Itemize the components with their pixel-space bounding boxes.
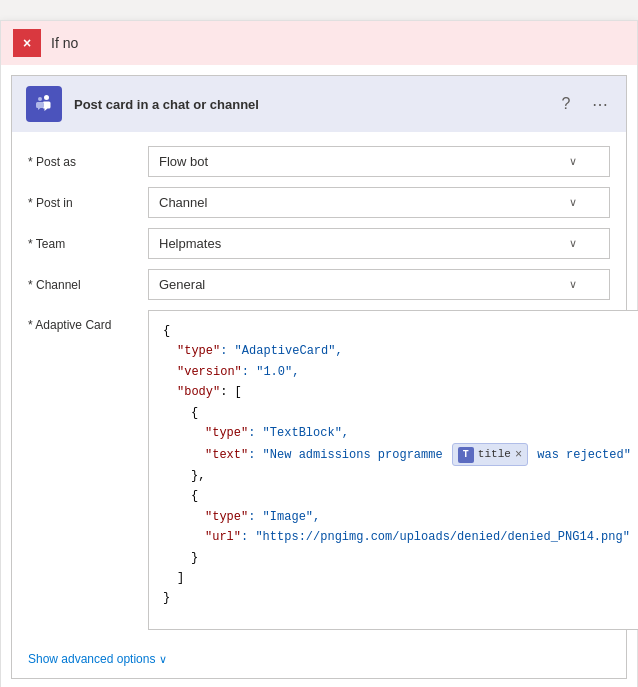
token-remove-button[interactable]: ×: [515, 449, 522, 461]
form-body: * Post as Flow bot ∨ * Post in Channel ∨…: [12, 132, 626, 644]
team-chevron: ∨: [569, 237, 577, 250]
show-advanced-section: Show advanced options ∨: [12, 644, 626, 678]
show-advanced-chevron: ∨: [159, 653, 167, 666]
post-as-chevron: ∨: [569, 155, 577, 168]
title-token[interactable]: Ttitle×: [452, 443, 528, 466]
close-icon: ×: [23, 35, 31, 51]
json-line-2: "type": "AdaptiveCard",: [163, 341, 631, 361]
json-line-8: },: [163, 466, 631, 486]
json-line-3: "version": "1.0",: [163, 362, 631, 382]
token-label: title: [478, 445, 511, 464]
adaptive-card-editor[interactable]: { "type": "AdaptiveCard", "version": "1.…: [148, 310, 638, 630]
channel-row: * Channel General ∨: [28, 269, 610, 300]
post-in-label: * Post in: [28, 196, 138, 210]
help-button[interactable]: ?: [554, 92, 578, 116]
team-select[interactable]: Helpmates ∨: [148, 228, 610, 259]
post-in-value: Channel: [159, 195, 561, 210]
action-title: Post card in a chat or channel: [74, 97, 542, 112]
team-label: * Team: [28, 237, 138, 251]
post-in-row: * Post in Channel ∨: [28, 187, 610, 218]
main-card: × If no Post card in a chat or channel ?: [0, 20, 638, 687]
post-as-label: * Post as: [28, 155, 138, 169]
json-line-12: }: [163, 548, 631, 568]
adaptive-card-row: * Adaptive Card { "type": "AdaptiveCard"…: [28, 310, 610, 630]
json-line-7: "text": "New admissions programme Ttitle…: [163, 443, 631, 466]
post-in-chevron: ∨: [569, 196, 577, 209]
json-line-9: {: [163, 486, 631, 506]
if-no-title: If no: [51, 35, 78, 51]
channel-value: General: [159, 277, 561, 292]
help-icon: ?: [562, 95, 571, 113]
json-line-5: {: [163, 403, 631, 423]
action-header-icons: ? ⋯: [554, 92, 612, 116]
json-line-4: "body": [: [163, 382, 631, 402]
post-as-row: * Post as Flow bot ∨: [28, 146, 610, 177]
more-icon: ⋯: [592, 95, 608, 114]
team-value: Helpmates: [159, 236, 561, 251]
token-t-icon: T: [458, 447, 474, 463]
json-line-14: }: [163, 588, 631, 608]
json-line-6: "type": "TextBlock",: [163, 423, 631, 443]
post-as-value: Flow bot: [159, 154, 561, 169]
action-header: Post card in a chat or channel ? ⋯: [12, 76, 626, 132]
json-line-11: "url": "https://pngimg.com/uploads/denie…: [163, 527, 631, 547]
action-block: Post card in a chat or channel ? ⋯ * Pos…: [11, 75, 627, 679]
json-line-1: {: [163, 321, 631, 341]
post-as-select[interactable]: Flow bot ∨: [148, 146, 610, 177]
channel-select[interactable]: General ∨: [148, 269, 610, 300]
close-button[interactable]: ×: [13, 29, 41, 57]
adaptive-card-label: * Adaptive Card: [28, 310, 138, 332]
more-options-button[interactable]: ⋯: [588, 92, 612, 116]
teams-icon: [26, 86, 62, 122]
if-no-header: × If no: [1, 21, 637, 65]
team-row: * Team Helpmates ∨: [28, 228, 610, 259]
channel-chevron: ∨: [569, 278, 577, 291]
post-in-select[interactable]: Channel ∨: [148, 187, 610, 218]
json-line-10: "type": "Image",: [163, 507, 631, 527]
show-advanced-link[interactable]: Show advanced options: [28, 652, 155, 666]
channel-label: * Channel: [28, 278, 138, 292]
json-line-13: ]: [163, 568, 631, 588]
